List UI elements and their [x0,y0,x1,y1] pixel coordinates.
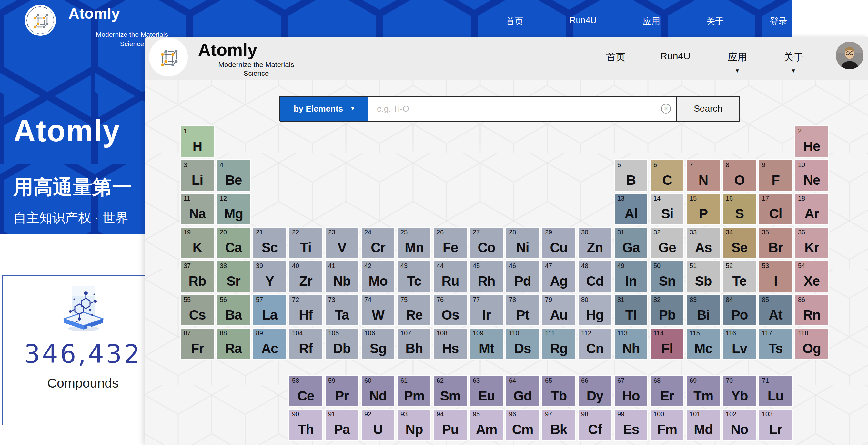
element-cell-Pt[interactable]: 78Pt [505,294,540,326]
element-cell-Os[interactable]: 76Os [433,294,468,326]
element-cell-La[interactable]: 57La [252,294,287,326]
element-cell-N[interactable]: 7N [686,159,720,192]
element-cell-Sn[interactable]: 50Sn [650,260,684,293]
element-cell-Ag[interactable]: 47Ag [541,260,576,293]
element-cell-Ce[interactable]: 58Ce [288,375,323,407]
element-cell-Rb[interactable]: 37Rb [180,260,215,293]
nav-item-login[interactable]: 登录 [770,15,787,27]
element-cell-Cf[interactable]: 98Cf [578,409,612,441]
element-cell-Cn[interactable]: 112Cn [578,328,612,360]
element-cell-Dy[interactable]: 66Dy [578,375,612,407]
element-cell-Ra[interactable]: 88Ra [216,328,251,360]
element-cell-Tc[interactable]: 43Tc [397,260,431,293]
element-cell-Zr[interactable]: 40Zr [288,260,323,293]
element-cell-Ti[interactable]: 22Ti [288,227,323,259]
element-cell-Po[interactable]: 84Po [722,294,757,326]
element-cell-Cr[interactable]: 24Cr [361,227,395,259]
element-cell-Mc[interactable]: 115Mc [686,328,720,360]
element-cell-Au[interactable]: 79Au [541,294,576,326]
element-cell-Ta[interactable]: 73Ta [324,294,359,326]
element-cell-Fe[interactable]: 26Fe [433,227,468,259]
element-cell-Fm[interactable]: 100Fm [650,409,684,441]
element-cell-Br[interactable]: 35Br [758,227,793,259]
element-cell-Sb[interactable]: 51Sb [686,260,720,293]
element-cell-Ca[interactable]: 20Ca [216,227,251,259]
element-cell-Fr[interactable]: 87Fr [180,328,215,360]
element-cell-Ba[interactable]: 56Ba [216,294,251,326]
element-cell-Ds[interactable]: 110Ds [505,328,540,360]
element-cell-Te[interactable]: 52Te [722,260,757,293]
element-cell-Pm[interactable]: 61Pm [397,375,431,407]
element-cell-Sm[interactable]: 62Sm [433,375,468,407]
element-cell-Md[interactable]: 101Md [686,409,720,441]
element-cell-I[interactable]: 53I [758,260,793,293]
element-cell-Er[interactable]: 68Er [650,375,684,407]
element-cell-Ir[interactable]: 77Ir [469,294,504,326]
element-cell-Rf[interactable]: 104Rf [288,328,323,360]
element-cell-Pd[interactable]: 46Pd [505,260,540,293]
element-cell-Pu[interactable]: 94Pu [433,409,468,441]
element-cell-Ac[interactable]: 89Ac [252,328,287,360]
element-cell-In[interactable]: 49In [614,260,648,293]
element-cell-Sg[interactable]: 106Sg [361,328,395,360]
element-cell-Np[interactable]: 93Np [397,409,431,441]
element-cell-Ge[interactable]: 32Ge [650,227,684,259]
element-cell-Cs[interactable]: 55Cs [180,294,215,326]
element-cell-Nh[interactable]: 113Nh [614,328,648,360]
element-cell-Nb[interactable]: 41Nb [324,260,359,293]
element-cell-Nd[interactable]: 60Nd [361,375,395,407]
element-cell-Co[interactable]: 27Co [469,227,504,259]
element-cell-S[interactable]: 16S [722,193,757,225]
element-cell-Db[interactable]: 105Db [324,328,359,360]
element-cell-Eu[interactable]: 63Eu [469,375,504,407]
element-cell-Pa[interactable]: 91Pa [324,409,359,441]
element-cell-K[interactable]: 19K [180,227,215,259]
element-cell-Rh[interactable]: 45Rh [469,260,504,293]
element-cell-Ar[interactable]: 18Ar [795,193,829,225]
element-cell-Og[interactable]: 118Og [795,328,829,360]
element-cell-Bk[interactable]: 97Bk [541,409,576,441]
element-cell-Al[interactable]: 13Al [614,193,648,225]
element-cell-Am[interactable]: 95Am [469,409,504,441]
element-cell-Th[interactable]: 90Th [288,409,323,441]
element-cell-Lv[interactable]: 116Lv [722,328,757,360]
element-cell-Na[interactable]: 11Na [180,193,215,225]
element-cell-Tm[interactable]: 69Tm [686,375,720,407]
element-cell-Cm[interactable]: 96Cm [505,409,540,441]
element-cell-Sr[interactable]: 38Sr [216,260,251,293]
element-cell-Ga[interactable]: 31Ga [614,227,648,259]
element-cell-Xe[interactable]: 54Xe [795,260,829,293]
element-cell-C[interactable]: 6C [650,159,684,192]
element-cell-Pr[interactable]: 59Pr [324,375,359,407]
element-cell-Lr[interactable]: 103Lr [758,409,793,441]
element-cell-Yb[interactable]: 70Yb [722,375,757,407]
element-cell-Cu[interactable]: 29Cu [541,227,576,259]
nav-item-apps[interactable]: 应用 [643,15,660,27]
element-cell-Se[interactable]: 34Se [722,227,757,259]
element-cell-Es[interactable]: 99Es [614,409,648,441]
element-cell-Be[interactable]: 4Be [216,159,251,192]
element-cell-At[interactable]: 85At [758,294,793,326]
element-cell-Ni[interactable]: 28Ni [505,227,540,259]
element-cell-O[interactable]: 8O [722,159,757,192]
element-cell-Fl[interactable]: 114Fl [650,328,684,360]
element-cell-Li[interactable]: 3Li [180,159,215,192]
element-cell-Si[interactable]: 14Si [650,193,684,225]
element-cell-Tl[interactable]: 81Tl [614,294,648,326]
element-cell-Pb[interactable]: 82Pb [650,294,684,326]
element-cell-Hf[interactable]: 72Hf [288,294,323,326]
element-cell-Rg[interactable]: 111Rg [541,328,576,360]
atomly-logo[interactable] [25,5,56,36]
element-cell-Tb[interactable]: 65Tb [541,375,576,407]
element-cell-Mo[interactable]: 42Mo [361,260,395,293]
element-cell-Ne[interactable]: 10Ne [795,159,829,192]
element-cell-Mn[interactable]: 25Mn [397,227,431,259]
element-cell-He[interactable]: 2He [795,126,829,158]
element-cell-W[interactable]: 74W [361,294,395,326]
element-cell-U[interactable]: 92U [361,409,395,441]
element-cell-Lu[interactable]: 71Lu [758,375,793,407]
element-cell-Bh[interactable]: 107Bh [397,328,431,360]
element-cell-Zn[interactable]: 30Zn [578,227,612,259]
element-cell-As[interactable]: 33As [686,227,720,259]
element-cell-Kr[interactable]: 36Kr [795,227,829,259]
